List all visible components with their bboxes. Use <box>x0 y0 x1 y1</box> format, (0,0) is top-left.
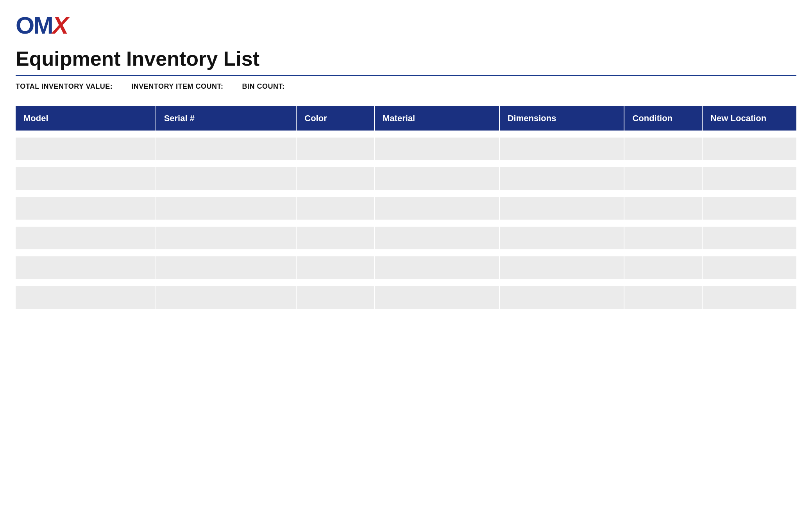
logo-letter-o: O <box>16 13 33 38</box>
cell-material <box>375 167 500 190</box>
col-header-condition: Condition <box>624 106 703 131</box>
cell-dimensions <box>500 227 625 249</box>
col-header-serial: Serial # <box>156 106 297 131</box>
cell-serial <box>156 138 297 160</box>
cell-dimensions <box>500 197 625 220</box>
bin-count-item: BIN COUNT: <box>242 82 288 91</box>
cell-model <box>16 286 156 309</box>
logo-text: OMX <box>16 13 67 38</box>
cell-dimensions <box>500 167 625 190</box>
cell-material <box>375 197 500 220</box>
cell-material <box>375 227 500 249</box>
table-row <box>16 286 796 309</box>
inventory-item-count-item: INVENTORY ITEM COUNT: <box>131 82 226 91</box>
cell-color <box>297 227 375 249</box>
logo-letter-x: X <box>52 13 67 38</box>
table-row <box>16 138 796 160</box>
cell-new_location <box>703 286 796 309</box>
spacer-row-1 <box>16 160 796 167</box>
cell-color <box>297 256 375 279</box>
summary-bar: TOTAL INVENTORY VALUE: INVENTORY ITEM CO… <box>16 82 796 91</box>
spacer-row-3 <box>16 220 796 227</box>
cell-serial <box>156 197 297 220</box>
page-title: Equipment Inventory List <box>16 47 796 76</box>
cell-new_location <box>703 197 796 220</box>
bin-count-label: BIN COUNT: <box>242 82 285 91</box>
cell-dimensions <box>500 256 625 279</box>
spacer-row-2 <box>16 190 796 197</box>
inventory-table: Model Serial # Color Material Dimensions… <box>16 106 796 309</box>
cell-color <box>297 167 375 190</box>
cell-condition <box>624 286 703 309</box>
col-header-new-location: New Location <box>703 106 796 131</box>
cell-color <box>297 197 375 220</box>
spacer-row-5 <box>16 279 796 286</box>
table-row <box>16 256 796 279</box>
cell-serial <box>156 256 297 279</box>
col-header-model: Model <box>16 106 156 131</box>
cell-serial <box>156 227 297 249</box>
col-header-material: Material <box>375 106 500 131</box>
total-inventory-value-item: TOTAL INVENTORY VALUE: <box>16 82 116 91</box>
cell-material <box>375 286 500 309</box>
cell-condition <box>624 197 703 220</box>
spacer-row-0 <box>16 131 796 138</box>
cell-model <box>16 256 156 279</box>
logo-container: OMX <box>16 12 796 39</box>
col-header-dimensions: Dimensions <box>500 106 625 131</box>
total-inventory-value-label: TOTAL INVENTORY VALUE: <box>16 82 113 91</box>
cell-new_location <box>703 138 796 160</box>
cell-new_location <box>703 167 796 190</box>
cell-model <box>16 227 156 249</box>
cell-material <box>375 138 500 160</box>
cell-model <box>16 167 156 190</box>
cell-serial <box>156 286 297 309</box>
logo: OMX <box>16 12 78 39</box>
cell-dimensions <box>500 138 625 160</box>
logo-letter-m: M <box>33 13 52 38</box>
table-row <box>16 167 796 190</box>
inventory-item-count-label: INVENTORY ITEM COUNT: <box>131 82 223 91</box>
spacer-row-4 <box>16 249 796 256</box>
cell-dimensions <box>500 286 625 309</box>
cell-model <box>16 197 156 220</box>
cell-new_location <box>703 227 796 249</box>
col-header-color: Color <box>297 106 375 131</box>
cell-serial <box>156 167 297 190</box>
cell-condition <box>624 138 703 160</box>
table-header-row: Model Serial # Color Material Dimensions… <box>16 106 796 131</box>
table-row <box>16 227 796 249</box>
cell-color <box>297 138 375 160</box>
cell-condition <box>624 227 703 249</box>
cell-condition <box>624 256 703 279</box>
cell-color <box>297 286 375 309</box>
cell-material <box>375 256 500 279</box>
table-row <box>16 197 796 220</box>
cell-model <box>16 138 156 160</box>
cell-new_location <box>703 256 796 279</box>
cell-condition <box>624 167 703 190</box>
